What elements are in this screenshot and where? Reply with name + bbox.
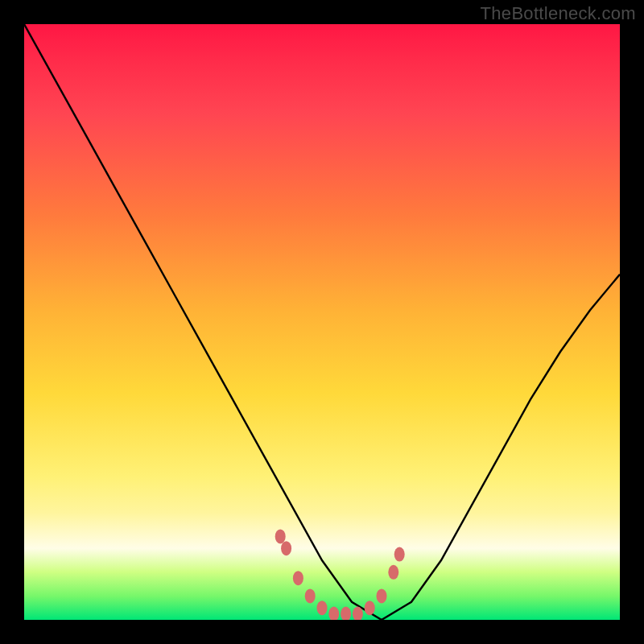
marker-dot bbox=[365, 601, 375, 615]
outer-frame: TheBottleneck.com bbox=[0, 0, 644, 644]
watermark-text: TheBottleneck.com bbox=[481, 3, 636, 24]
marker-dot bbox=[281, 541, 291, 555]
marker-dot bbox=[377, 588, 387, 603]
marker-dot bbox=[293, 571, 303, 585]
marker-dot bbox=[328, 607, 339, 620]
marker-dot bbox=[388, 565, 398, 580]
marker-dot bbox=[394, 547, 405, 562]
plot-area bbox=[24, 24, 620, 620]
marker-dots bbox=[275, 529, 405, 620]
marker-dot bbox=[305, 588, 316, 603]
marker-dot bbox=[341, 607, 351, 620]
marker-dot bbox=[317, 601, 328, 615]
marker-dot bbox=[275, 529, 286, 543]
curve-svg bbox=[24, 24, 620, 620]
bottleneck-curve bbox=[24, 24, 620, 620]
